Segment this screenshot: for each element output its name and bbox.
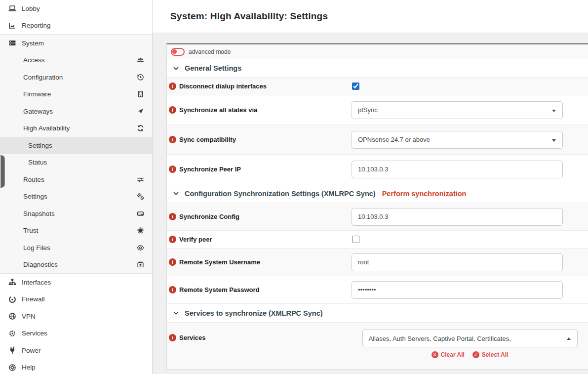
- sidebar-item-label: Trust: [23, 227, 38, 234]
- field-label: Services: [179, 334, 206, 341]
- sidebar-item-label: Settings: [28, 142, 52, 149]
- sidebar-item-interfaces[interactable]: Interfaces: [0, 274, 152, 291]
- chevron-down-icon: [173, 190, 179, 197]
- x-circle-icon: ✕: [431, 351, 438, 358]
- field-label: Remote System Password: [179, 286, 260, 293]
- field-label: Disconnect dialup interfaces: [179, 83, 267, 90]
- info-icon[interactable]: i: [169, 334, 176, 341]
- settings-panel: advanced mode General Settings i Disconn…: [166, 43, 588, 370]
- check-circle-icon: ✓: [472, 351, 479, 358]
- field-row-sync-states-via: i Synchronize all states via pfSync: [167, 95, 588, 125]
- main-content: System: High Availability: Settings adva…: [153, 0, 588, 374]
- sidebar-item-lobby[interactable]: Lobby: [0, 0, 152, 17]
- clear-all-link[interactable]: ✕ Clear All: [431, 351, 465, 358]
- select-all-label: Select All: [482, 351, 509, 358]
- sidebar-item-gateways[interactable]: Gateways: [0, 103, 152, 120]
- server-icon: [8, 39, 16, 47]
- life-ring-icon: [8, 364, 16, 372]
- chart-area-icon: [8, 22, 16, 30]
- sidebar-item-diagnostics[interactable]: Diagnostics: [0, 256, 152, 274]
- advanced-mode-label: advanced mode: [189, 48, 231, 55]
- info-icon[interactable]: i: [169, 83, 176, 90]
- remote-username-input[interactable]: [352, 253, 563, 271]
- sync-states-via-select[interactable]: pfSync: [352, 101, 563, 119]
- sidebar-item-system[interactable]: System: [0, 35, 152, 52]
- services-multiselect[interactable]: Aliases, Auth Servers, Captive Portal, C…: [362, 330, 578, 347]
- info-icon[interactable]: i: [169, 136, 176, 143]
- info-icon[interactable]: i: [169, 258, 176, 266]
- sync-config-input[interactable]: [352, 208, 563, 226]
- sidebar-item-label: Snapshots: [23, 210, 55, 217]
- field-row-verify-peer: i Verify peer: [167, 231, 588, 249]
- sidebar-item-vpn[interactable]: VPN: [0, 308, 152, 325]
- sidebar-item-ha-status[interactable]: Status: [0, 154, 152, 171]
- field-label: Remote System Username: [179, 258, 260, 266]
- sidebar-item-access[interactable]: Access: [0, 52, 152, 69]
- info-icon[interactable]: i: [169, 236, 176, 243]
- info-icon[interactable]: i: [169, 166, 176, 173]
- sync-icon: [137, 125, 144, 132]
- selected-value: pfSync: [358, 106, 378, 114]
- sidebar-item-log-files[interactable]: Log Files: [0, 239, 152, 256]
- select-all-link[interactable]: ✓ Select All: [472, 351, 509, 358]
- field-row-sync-config: i Synchronize Config: [167, 203, 588, 231]
- sidebar-item-label: Access: [23, 56, 45, 64]
- disconnect-dialup-checkbox[interactable]: [352, 83, 359, 90]
- info-icon[interactable]: i: [169, 106, 176, 114]
- system-menu-group: System Access Configuration Firmware Gat…: [0, 34, 152, 274]
- field-row-disconnect-dialup: i Disconnect dialup interfaces: [167, 78, 588, 95]
- section-config-sync[interactable]: Configuration Synchronization Settings (…: [167, 184, 588, 203]
- sidebar-item-snapshots[interactable]: Snapshots: [0, 205, 152, 222]
- collapse-handle[interactable]: [0, 155, 5, 188]
- sidebar-item-label: Reporting: [22, 22, 51, 29]
- history-icon: [137, 74, 144, 81]
- page-title: System: High Availability: Settings: [170, 11, 328, 22]
- caret-down-icon: [552, 139, 556, 142]
- selected-value: OPNsense 24.7 or above: [358, 136, 430, 143]
- field-label: Verify peer: [179, 236, 212, 243]
- sidebar-item-trust[interactable]: Trust: [0, 222, 152, 240]
- firewall-icon: [8, 295, 16, 303]
- verify-peer-checkbox[interactable]: [352, 236, 359, 243]
- sidebar-item-label: Help: [22, 364, 36, 371]
- sidebar-item-label: Routes: [23, 176, 44, 183]
- remote-password-input[interactable]: [352, 281, 563, 299]
- selected-value: Aliases, Auth Servers, Captive Portal, C…: [369, 335, 511, 342]
- sync-compatibility-select[interactable]: OPNsense 24.7 or above: [352, 131, 563, 149]
- sidebar-item-settings[interactable]: Settings: [0, 188, 152, 206]
- sidebar-item-routes[interactable]: Routes: [0, 171, 152, 188]
- field-label: Synchronize all states via: [179, 106, 257, 114]
- plug-icon: [8, 346, 16, 354]
- sidebar-item-label: System: [22, 40, 44, 47]
- section-general-settings[interactable]: General Settings: [167, 59, 588, 78]
- sync-peer-ip-input[interactable]: [352, 161, 563, 178]
- sidebar-item-firewall[interactable]: Firewall: [0, 291, 152, 308]
- field-row-sync-compatibility: i Sync compatibility OPNsense 24.7 or ab…: [167, 125, 588, 155]
- perform-synchronization-link[interactable]: Perform synchronization: [382, 190, 467, 198]
- sidebar-item-high-availability[interactable]: High Availability: [0, 120, 152, 137]
- sidebar-item-firmware[interactable]: Firmware: [0, 86, 152, 103]
- sidebar-item-reporting[interactable]: Reporting: [0, 17, 152, 35]
- field-row-remote-username: i Remote System Username: [167, 249, 588, 276]
- advanced-mode-row: advanced mode: [167, 44, 588, 59]
- advanced-mode-toggle[interactable]: [171, 48, 185, 56]
- section-services-sync[interactable]: Services to synchronize (XMLRPC Sync): [167, 304, 588, 323]
- chevron-down-icon: [173, 65, 179, 72]
- sidebar-item-label: Configuration: [23, 74, 63, 81]
- sidebar-item-label: Firmware: [23, 90, 51, 98]
- info-icon[interactable]: i: [169, 286, 176, 293]
- sidebar: Lobby Reporting System Access Configurat…: [0, 0, 153, 374]
- users-icon: [137, 56, 144, 64]
- sidebar-item-ha-settings[interactable]: Settings: [0, 137, 152, 154]
- sidebar-item-label: Status: [28, 159, 47, 166]
- location-arrow-icon: [137, 108, 144, 115]
- sidebar-item-label: VPN: [22, 313, 36, 320]
- sidebar-item-power[interactable]: Power: [0, 342, 152, 359]
- sidebar-item-label: Firewall: [22, 295, 45, 303]
- info-icon[interactable]: i: [169, 213, 176, 220]
- sidebar-item-configuration[interactable]: Configuration: [0, 69, 152, 86]
- sidebar-item-label: Services: [22, 330, 47, 337]
- sidebar-item-label: Interfaces: [22, 279, 51, 286]
- sidebar-item-help[interactable]: Help: [0, 359, 152, 374]
- sidebar-item-services[interactable]: Services: [0, 325, 152, 342]
